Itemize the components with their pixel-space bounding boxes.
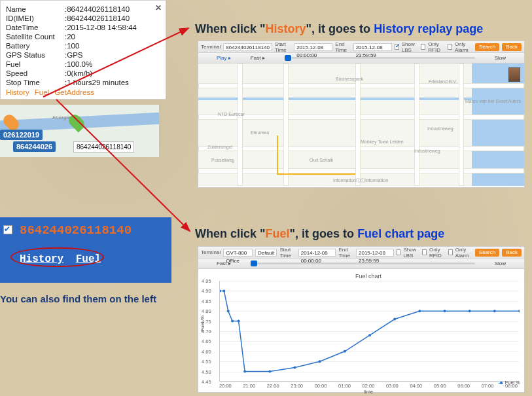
speed-slow-label[interactable]: Slow (495, 55, 506, 61)
fuel-slider[interactable] (251, 262, 475, 264)
info-val: :100 (65, 41, 138, 50)
svg-point-3 (222, 289, 225, 292)
y-tick: 4.60 (202, 348, 211, 354)
terminal-select[interactable]: 864244026118140 (223, 43, 272, 51)
back-button[interactable]: Back (502, 43, 522, 51)
popup-action-history[interactable]: History (6, 88, 29, 96)
x-tick: 07:00 (482, 383, 494, 389)
svg-point-11 (344, 350, 346, 353)
svg-point-7 (243, 370, 246, 373)
device-label-3[interactable]: 864244026118140 (73, 141, 134, 153)
popup-action-fuel[interactable]: Fuel (35, 88, 49, 96)
x-tick: 20:00 (219, 383, 232, 389)
info-key: Fuel (6, 60, 65, 69)
only-rfid-checkbox[interactable] (422, 249, 427, 255)
svg-point-5 (231, 320, 234, 323)
svg-point-13 (393, 318, 396, 321)
svg-point-4 (227, 310, 230, 312)
default-select[interactable]: Default (255, 249, 277, 257)
svg-point-14 (418, 310, 421, 312)
y-tick: 4.85 (202, 298, 211, 304)
only-alarm-checkbox[interactable] (448, 249, 453, 255)
x-tick: 03:00 (386, 383, 399, 389)
start-time-input[interactable]: 2015-12-08 00:00:00 (294, 43, 332, 51)
start-time-label: Start Time (275, 41, 291, 53)
chart-title: Fuel chart (219, 273, 518, 279)
end-time-input[interactable]: 2015-12-08 23:59:59 (353, 43, 392, 51)
info-key: Satellite Count (6, 32, 65, 41)
info-key: Stop Time (6, 78, 65, 87)
speed-slow-label[interactable]: Slow (495, 261, 506, 266)
x-tick: 05:00 (434, 383, 446, 389)
info-val: :1 hours29 minutes (65, 78, 138, 87)
play-button[interactable]: Play ▸ (217, 55, 231, 61)
end-time-input[interactable]: 2015-12-08 23:59:59 (356, 249, 394, 257)
show-lbs-checkbox[interactable] (395, 44, 399, 50)
svg-point-8 (268, 370, 271, 373)
svg-point-6 (238, 320, 240, 323)
terminal-select[interactable]: GVT-800 Office (223, 249, 253, 257)
device-info-popup: ✕ Name:864244026118140ID(IMEI):864244026… (0, 0, 166, 99)
start-time-label: Start Time (279, 247, 295, 259)
chart-plot[interactable]: 4.454.504.554.604.654.704.754.804.854.90… (219, 281, 519, 382)
info-val: :GPS (65, 50, 138, 60)
x-tick: 22:00 (267, 383, 279, 389)
search-button[interactable]: Search (475, 43, 499, 51)
y-tick: 4.80 (202, 308, 211, 314)
speed-fast-label[interactable]: Fast ▸ (251, 55, 265, 61)
show-lbs-checkbox[interactable] (397, 249, 401, 255)
side-device-panel: 864244026118140 History Fuel (0, 217, 171, 283)
svg-point-10 (319, 360, 321, 363)
y-tick: 4.45 (202, 379, 211, 385)
speed-fast-label[interactable]: Fast ▸ (217, 261, 231, 266)
x-tick: 00:00 (315, 383, 327, 389)
close-icon[interactable]: ✕ (155, 3, 162, 12)
info-key: ID(IMEI) (6, 14, 65, 23)
popup-action-getaddress[interactable]: GetAddress (54, 88, 94, 96)
device-id[interactable]: 864244026118140 (20, 223, 132, 238)
info-val: :2015-12-08 14:58:44 (65, 23, 138, 32)
terminal-label: Terminal (201, 249, 221, 255)
map-body[interactable]: Businesspark Friesland B.V. NTD Eurocar … (198, 63, 524, 186)
y-tick: 4.95 (202, 278, 211, 284)
info-val: :864244026118140 (65, 14, 138, 23)
back-button[interactable]: Back (502, 249, 522, 257)
info-key: Battery (6, 41, 65, 50)
x-axis-ticks: 20:0021:0022:0023:0000:0001:0002:0003:00… (219, 383, 518, 389)
x-tick: 21:00 (243, 383, 255, 389)
history-toolbar: Terminal 864244026118140 Start Time 2015… (198, 41, 524, 53)
red-circle-annotation (10, 247, 104, 267)
svg-point-2 (220, 289, 221, 292)
info-val: :864244026118140 (65, 5, 138, 14)
svg-point-17 (493, 310, 496, 312)
playback-slider[interactable] (285, 57, 475, 59)
x-tick: 23:00 (291, 383, 303, 389)
search-button[interactable]: Search (475, 249, 499, 257)
user-avatar (508, 67, 520, 82)
svg-point-9 (294, 366, 296, 369)
x-tick: 04:00 (410, 383, 422, 389)
terminal-label: Terminal (201, 44, 221, 50)
popup-actions: HistoryFuelGetAddress (6, 88, 160, 96)
y-tick: 4.90 (202, 288, 211, 294)
info-key: GPS Status (6, 50, 65, 60)
annotation-fuel: When click "Fuel", it goes to Fuel chart… (195, 227, 444, 241)
start-time-input[interactable]: 2014-12-08 00:00:00 (298, 249, 336, 257)
info-val: :100.0% (65, 60, 138, 69)
svg-point-12 (368, 334, 371, 336)
chart-body: Fuel % Fuel chart 4.454.504.554.604.654.… (198, 269, 524, 391)
y-tick: 4.65 (202, 338, 211, 344)
left-note: You can also find them on the left (0, 293, 156, 304)
history-replay-panel: Terminal 864244026118140 Start Time 2015… (198, 41, 525, 188)
only-alarm-checkbox[interactable] (448, 44, 452, 50)
device-checkbox[interactable] (3, 225, 12, 234)
svg-point-16 (469, 310, 471, 312)
info-key: Name (6, 5, 65, 14)
x-axis-label: time (219, 389, 518, 395)
svg-point-18 (518, 310, 520, 312)
fuel-toolbar: Terminal GVT-800 Office Default Start Ti… (198, 247, 524, 259)
y-tick: 4.50 (202, 369, 211, 374)
only-rfid-checkbox[interactable] (421, 44, 425, 50)
svg-point-15 (444, 310, 446, 312)
x-tick: 06:00 (457, 383, 470, 389)
